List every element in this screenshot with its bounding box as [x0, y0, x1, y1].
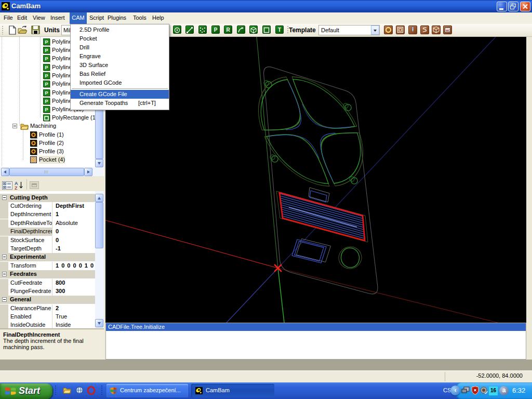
- svg-text:MC: MC: [446, 29, 450, 32]
- svg-text:Z: Z: [15, 185, 18, 190]
